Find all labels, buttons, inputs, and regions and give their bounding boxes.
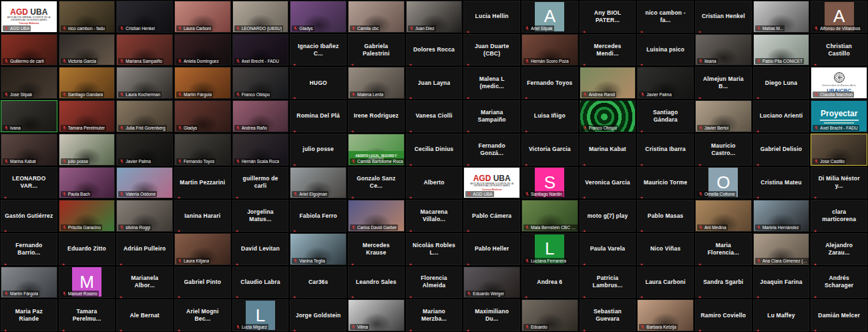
participant-tile[interactable]: Ale Bernat — [116, 299, 174, 332]
participant-tile[interactable]: Juan Layna — [405, 66, 463, 100]
participant-tile[interactable]: Pablo Masas — [636, 199, 694, 232]
participant-tile[interactable]: LLucia Miguez — [232, 299, 290, 332]
participant-tile[interactable]: Eduardo — [521, 299, 579, 332]
participant-tile[interactable]: Axel Brecht - FADU — [232, 33, 290, 67]
participant-tile[interactable]: Veronica Garcia — [579, 166, 637, 200]
participant-tile[interactable]: Camila cbc — [347, 0, 405, 33]
participant-tile[interactable]: Mauricio Torme — [636, 166, 694, 200]
participant-tile[interactable]: Florencia Almeida — [405, 266, 463, 299]
participant-tile[interactable]: Malena L (medic... — [463, 66, 521, 100]
participant-tile[interactable]: Alejandro Zarau... — [810, 232, 868, 266]
participant-tile[interactable]: Joaquin Farina — [752, 266, 811, 299]
participant-tile[interactable]: Gonzalo Sanz Ce... — [347, 166, 405, 200]
participant-tile[interactable]: Marianela Albor... — [116, 266, 174, 299]
participant-tile[interactable]: AAriel Slipak — [521, 0, 579, 33]
participant-tile[interactable]: Barbara Ketzija — [636, 299, 694, 332]
participant-tile[interactable]: Santiago Gandara — [58, 66, 116, 100]
participant-tile[interactable]: Marina Kabat — [0, 133, 58, 166]
participant-tile[interactable]: clara marticorena — [810, 199, 868, 232]
participant-tile[interactable]: Alberto — [405, 166, 463, 200]
participant-tile[interactable]: Mercedes Mendi... — [579, 33, 637, 67]
participant-tile[interactable]: Mercedes Krause — [347, 232, 405, 266]
participant-tile[interactable]: Ana Clara Gimenez (psico) — [752, 232, 811, 266]
participant-tile[interactable]: Ramiro Coviello — [694, 299, 752, 332]
participant-tile[interactable]: Lu Maffey — [752, 299, 811, 332]
participant-tile[interactable]: Martín Fárgola — [174, 66, 232, 100]
participant-tile[interactable]: MManuel Rosero — [58, 266, 116, 299]
participant-tile[interactable]: Javier Palma — [116, 133, 174, 166]
participant-tile[interactable]: Almejun Maria B... — [694, 66, 752, 100]
participant-tile[interactable]: Hernán Scala Roca — [232, 133, 290, 166]
participant-tile[interactable]: Carlos David Garber — [347, 199, 405, 232]
participant-tile[interactable]: Lucia Hellin — [463, 0, 521, 33]
participant-tile[interactable]: Maria Paz Riande — [0, 299, 58, 332]
participant-tile[interactable]: Universidad de Buenos AiresUBA|CBCClaudi… — [810, 66, 868, 100]
participant-tile[interactable]: Laura Kitjana — [174, 232, 232, 266]
participant-tile[interactable]: Fernando Toyos — [174, 133, 232, 166]
participant-tile[interactable]: Luisa Iñigo — [521, 100, 579, 133]
participant-tile[interactable]: Di Milia Néstor y... — [810, 166, 868, 200]
participant-tile[interactable]: Javier Palma — [636, 66, 694, 100]
participant-tile[interactable]: Damián Melcer — [810, 299, 868, 332]
participant-tile[interactable]: Ani Medina — [694, 199, 752, 232]
participant-tile[interactable]: Andrea 6 — [521, 266, 579, 299]
participant-tile[interactable]: Jorgelina Matus... — [232, 199, 290, 232]
participant-tile[interactable]: Vanesa Ciolli — [405, 100, 463, 133]
participant-tile[interactable]: Andrea Raño — [232, 100, 290, 133]
participant-tile[interactable]: Mauricio Castro... — [694, 133, 752, 166]
participant-tile[interactable]: Ianina Harari — [174, 199, 232, 232]
participant-tile[interactable]: Gladys — [289, 0, 347, 33]
participant-tile[interactable]: LEONARDO (UBSU) — [232, 0, 290, 33]
participant-tile[interactable]: Cristina Ibarra — [636, 133, 694, 166]
participant-tile[interactable]: Mariano Merzba... — [405, 299, 463, 332]
participant-tile[interactable]: Martin Pezzarini — [174, 166, 232, 200]
participant-tile[interactable]: Cristina Mateu — [752, 166, 811, 200]
participant-tile[interactable]: Nicolás Robles L... — [405, 232, 463, 266]
participant-tile[interactable]: Car36s — [289, 266, 347, 299]
participant-tile[interactable]: Mariela Hernández — [752, 199, 811, 232]
participant-tile[interactable]: Priscila Garacino — [58, 199, 116, 232]
participant-tile[interactable]: Juan Diez — [405, 0, 463, 33]
participant-tile[interactable]: Ivana — [0, 100, 58, 133]
participant-tile[interactable]: Luciano Arienti — [752, 100, 811, 133]
participant-tile[interactable]: guillermo de carli — [232, 166, 290, 200]
participant-tile[interactable]: Marina Kabat — [579, 133, 637, 166]
participant-tile[interactable]: David Levitan — [232, 232, 290, 266]
participant-tile[interactable]: Romina Del Plá — [289, 100, 347, 133]
participant-tile[interactable]: Sandra Sgarbi — [694, 266, 752, 299]
participant-tile[interactable]: Luisina psico — [636, 33, 694, 67]
participant-tile[interactable]: Victoria Garcia — [58, 33, 116, 67]
participant-tile[interactable]: Gabriel Pinto — [174, 266, 232, 299]
participant-tile[interactable]: Pablo Cámera — [463, 199, 521, 232]
participant-tile[interactable]: Ariel Elgojman — [289, 166, 347, 200]
participant-tile[interactable]: Gastón Gutiérrez — [0, 199, 58, 232]
participant-tile[interactable]: Julia Frid Gorenberg — [116, 100, 174, 133]
participant-tile[interactable]: Tamara Perelmuter — [58, 100, 116, 133]
participant-tile[interactable]: Cristian Henkel — [116, 0, 174, 33]
participant-tile[interactable]: Martín Fárgola — [0, 266, 58, 299]
participant-tile[interactable]: Laura Carboni — [174, 0, 232, 33]
participant-tile[interactable]: Leandro Sales — [347, 266, 405, 299]
participant-tile[interactable]: Franco Obispo — [579, 100, 637, 133]
participant-tile[interactable]: Ileana — [694, 33, 752, 67]
participant-tile[interactable]: Maia Bernstein CBC FADU — [521, 199, 579, 232]
participant-tile[interactable]: LLuciana Ferranera — [521, 232, 579, 266]
participant-tile[interactable]: Tamara Perelmu... — [58, 299, 116, 332]
participant-tile[interactable]: Juan Duarte (CBC) — [463, 33, 521, 67]
participant-tile[interactable]: Nico Viñas — [636, 232, 694, 266]
participant-tile[interactable]: Diego Luna — [752, 66, 811, 100]
participant-tile[interactable]: Matias M... — [752, 0, 811, 33]
participant-tile[interactable]: Fernando Toyos — [521, 66, 579, 100]
participant-tile[interactable]: Paula Bach — [58, 166, 116, 200]
participant-tile[interactable]: Christian Castillo — [810, 33, 868, 67]
participant-tile[interactable]: ProyectarAxel Bracht - FADU — [810, 100, 868, 133]
participant-tile[interactable]: Gladys — [174, 100, 232, 133]
participant-tile[interactable]: Fernando Barrio... — [0, 232, 58, 266]
participant-tile[interactable]: Gabriela Palestrini — [347, 33, 405, 67]
participant-tile[interactable]: AGD UBAASOCIACION GREMIAL DOCENTE DE LA … — [0, 0, 58, 33]
participant-tile[interactable]: Ignacio Ibañez C... — [289, 33, 347, 67]
participant-tile[interactable]: Claudio Labra — [232, 266, 290, 299]
participant-tile[interactable]: Jorge Goldstein — [289, 299, 347, 332]
participant-tile[interactable]: nico cambon - fa... — [636, 0, 694, 33]
participant-tile[interactable]: Mariana Sampaiño — [463, 100, 521, 133]
